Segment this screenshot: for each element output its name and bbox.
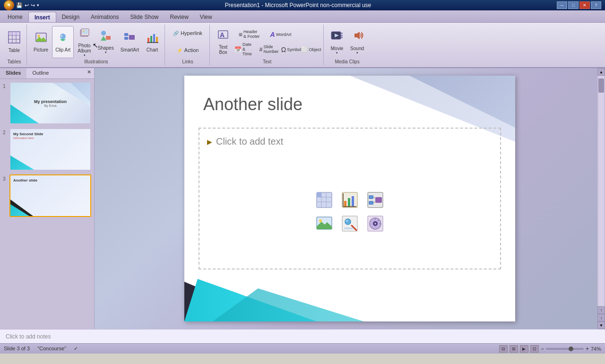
photo-album-label: PhotoAlbum [78,43,91,53]
slide2-subtitle: Information here [13,137,87,139]
action-button[interactable]: ⚡ Action [169,43,207,58]
scroll-down-button[interactable]: ▼ [597,321,605,329]
help-button[interactable]: ? [591,1,601,9]
spelling-check-icon[interactable]: ✓ [74,346,78,352]
photo-album-dropdown[interactable]: ▾ [84,53,86,57]
slide-sorter-button[interactable]: ⊞ [510,345,518,353]
minimize-button[interactable]: ─ [557,1,567,9]
movie-dropdown[interactable]: ▾ [336,51,338,55]
close-button[interactable]: ✕ [579,1,590,9]
panel-tab-outline[interactable]: Outline [26,68,54,78]
scroll-up-button[interactable]: ▲ [597,68,605,76]
svg-rect-43 [344,201,346,207]
zoom-in-button[interactable]: + [586,346,589,352]
zoom-level[interactable]: 74% [591,346,601,352]
tab-home[interactable]: Home [2,12,28,22]
svg-rect-60 [344,227,354,229]
quick-access-save[interactable]: 💾 [16,2,23,9]
insert-clipart-icon[interactable] [340,214,360,234]
shapes-dropdown[interactable]: ▾ [105,51,107,54]
notes-placeholder: Click to add notes [6,333,51,340]
quick-access-undo[interactable]: ↩ [25,2,29,9]
panel-close-button[interactable]: ✕ [84,68,94,78]
zoom-slider[interactable] [546,348,584,350]
svg-rect-26 [153,34,155,43]
svg-rect-6 [12,32,16,35]
svg-rect-14 [82,30,88,34]
panel-tab-slides[interactable]: Slides [0,68,26,78]
chart-button[interactable]: Chart [143,26,162,58]
object-button[interactable]: ⬜ Object [302,43,320,57]
textbox-button[interactable]: A TextBox [214,26,233,58]
wordart-button[interactable]: A WordArt [267,27,295,42]
insert-picture-icon[interactable] [314,214,334,234]
clip-art-button[interactable]: Clip Art [52,26,74,58]
tab-review[interactable]: Review [164,12,194,22]
zoom-slider-thumb[interactable] [569,347,573,351]
tab-animations[interactable]: Animations [85,12,124,22]
vertical-scrollbar[interactable]: ▲ ↑ ↓ ▼ [597,68,605,329]
wordart-label: WordArt [276,32,292,37]
normal-view-button[interactable]: ⊟ [499,345,508,353]
office-button[interactable]: ✦ [4,0,14,10]
zoom-out-button[interactable]: − [541,346,544,352]
slide-preview-3[interactable]: Another slide [9,174,91,217]
movie-button[interactable]: Movie ▾ [328,26,346,58]
picture-button[interactable]: Picture [31,26,51,58]
slide-thumbnail-3[interactable]: 3 Another slide [3,174,91,217]
slide-preview-2[interactable]: My Second Slide Information here [9,128,91,171]
slide-title[interactable]: Another slide [203,95,302,114]
svg-rect-20 [124,37,128,40]
scroll-page-up[interactable]: ↑ [597,306,605,314]
slide-thumbnail-1[interactable]: 1 My presentation By Erica [3,82,91,124]
tab-view[interactable]: View [194,12,218,22]
ribbon: Table Tables Picture [0,23,605,68]
smartart-label: SmartArt [121,47,139,52]
quick-access-redo[interactable]: ↪ [31,2,35,9]
picture-label: Picture [34,47,48,52]
insert-chart-icon[interactable] [340,190,360,210]
fit-button[interactable]: ⊡ [530,345,539,353]
sound-button[interactable]: Sound ▾ [347,26,367,58]
insert-media-icon[interactable] [365,214,385,234]
svg-rect-7 [16,32,20,35]
sound-icon [351,29,364,45]
photo-album-button[interactable]: PhotoAlbum ▾ [75,26,94,58]
tab-insert[interactable]: Insert [28,12,56,22]
ribbon-group-text: A TextBox ≡ Header& Footer A WordArt [211,25,324,65]
symbol-button[interactable]: Ω Symbol [282,43,301,57]
theme-info: "Concourse" [37,346,66,352]
slideshow-button[interactable]: ▶ [520,345,528,353]
media-clips-group-label: Media Clips [335,58,359,64]
main-area: Slides Outline ✕ 1 My presentation By Er… [0,68,605,329]
scroll-thumb[interactable] [598,78,604,93]
tab-slideshow[interactable]: Slide Show [124,12,164,22]
wordart-icon: A [270,31,275,38]
insert-table-icon[interactable] [314,190,334,210]
photo-album-icon [78,27,91,42]
slide1-subtitle: By Erica [44,104,56,107]
maximize-button[interactable]: □ [568,1,579,9]
tab-design[interactable]: Design [56,12,85,22]
sound-dropdown[interactable]: ▾ [356,51,358,55]
scroll-page-down[interactable]: ↓ [597,314,605,321]
svg-rect-34 [341,35,343,36]
table-button[interactable]: Table [5,26,24,58]
svg-text:A: A [220,31,225,39]
slide-preview-1[interactable]: My presentation By Erica [9,82,91,124]
date-time-button[interactable]: 📅 Date& Time [233,43,256,57]
date-time-icon: 📅 [234,46,242,53]
ribbon-group-links: 🔗 Hyperlink ⚡ Action Links [166,25,210,65]
window-controls: ─ □ ✕ ? [557,1,601,9]
header-footer-button[interactable]: ≡ Header& Footer [233,27,266,42]
svg-marker-18 [101,36,106,41]
slide-number-button[interactable]: # SlideNumber [257,43,281,57]
insert-smartart-icon[interactable] [365,190,385,210]
slide-thumbnail-2[interactable]: 2 My Second Slide Information here [3,128,91,171]
slide-content-area[interactable]: ▶ Click to add text [199,128,501,269]
svg-rect-24 [147,38,149,43]
notes-area[interactable]: Click to add notes [0,329,605,343]
svg-point-64 [374,223,376,225]
hyperlink-button[interactable]: 🔗 Hyperlink [169,26,207,41]
smartart-button[interactable]: SmartArt [118,26,142,58]
